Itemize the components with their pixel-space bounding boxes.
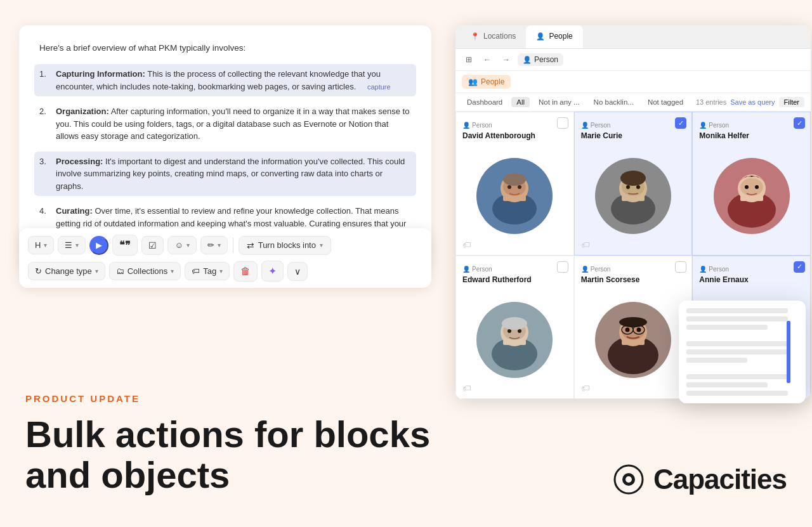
list-num: 3.	[39, 155, 49, 193]
list-num: 1.	[39, 68, 49, 93]
emoji-icon: ☺	[174, 240, 183, 250]
person-type-label: Person	[709, 122, 729, 129]
svg-point-28	[508, 329, 511, 333]
person-checkbox-david[interactable]	[557, 117, 568, 129]
person-checkbox-annie[interactable]: ✓	[794, 261, 805, 273]
svg-point-22	[755, 185, 759, 189]
tab-people[interactable]: 👤 People	[526, 25, 582, 48]
change-type-chevron-icon: ▾	[95, 268, 98, 275]
forward-button[interactable]: →	[499, 53, 514, 67]
svg-point-38	[619, 317, 647, 327]
emoji-button[interactable]: ☺ ▾	[167, 236, 196, 254]
person-card-edward[interactable]: 👤 Person Edward Rutherford	[455, 256, 574, 400]
ai-icon: ✦	[268, 265, 277, 277]
person-checkbox-monika[interactable]: ✓	[794, 117, 805, 129]
filter-not-tagged[interactable]: Not tagged	[643, 97, 688, 107]
forward-icon: →	[502, 55, 510, 64]
svg-point-36	[625, 328, 629, 332]
preview-line	[686, 349, 788, 355]
person-name: Martin Scorsese	[581, 275, 686, 284]
people-tag[interactable]: 👥 People	[462, 75, 511, 89]
capacities-logo-text: Capacities	[653, 464, 787, 495]
list-content: Capturing Information: This is the proce…	[56, 68, 411, 93]
checkbox-button[interactable]: ☑	[141, 236, 164, 255]
list-bold: Curating:	[56, 206, 93, 216]
collections-button[interactable]: 🗂 Collections ▾	[109, 262, 181, 280]
turn-blocks-into-button[interactable]: ⇄ Turn blocks into ▾	[239, 236, 331, 255]
person-name: Marie Curie	[581, 131, 686, 140]
svg-rect-4	[503, 196, 526, 201]
preview-line	[686, 374, 788, 379]
person-type-icon: 👤	[699, 266, 707, 273]
doc-preview-lines	[686, 308, 788, 396]
grid-view-button[interactable]: ⊞	[462, 53, 476, 67]
person-card-monika[interactable]: 👤 Person Monika Helfer	[692, 112, 811, 256]
svg-point-37	[636, 328, 641, 332]
person-card-marie[interactable]: 👤 Person Marie Curie	[574, 112, 693, 256]
ai-button[interactable]: ✦	[261, 261, 284, 282]
left-panel: Here's a brief overview of what PKM typi…	[0, 0, 444, 527]
svg-point-30	[502, 317, 527, 330]
person-type-badge: 👤 Person	[581, 122, 611, 129]
delete-icon: 🗑	[240, 266, 251, 277]
filter-dashboard[interactable]: Dashboard	[462, 97, 508, 107]
person-avatar-marie	[581, 144, 686, 249]
doc-intro: Here's a brief overview of what PKM typi…	[39, 43, 411, 53]
person-type-icon: 👤	[581, 122, 589, 129]
tag-button[interactable]: 🏷 Tag ▾	[185, 262, 230, 280]
list-bold: Organization:	[56, 107, 109, 116]
turn-blocks-label: Turn blocks into	[258, 240, 316, 250]
person-checkbox-marie[interactable]: ✓	[675, 117, 686, 129]
turn-blocks-chevron-icon: ▾	[320, 242, 323, 249]
change-type-button[interactable]: ↻ Change type ▾	[28, 262, 105, 280]
list-item: 2. Organization: After capturing informa…	[39, 105, 411, 143]
person-card-martin[interactable]: 👤 Person Martin Scorsese	[574, 256, 693, 400]
tag-icon-david: 🏷	[462, 240, 471, 250]
list-button[interactable]: ☰ ▾	[58, 236, 86, 254]
cap-toolbar: ⊞ ← → 👤 Person	[455, 49, 811, 71]
person-type-badge: 👤 Person	[462, 266, 492, 273]
pen-button[interactable]: ✏ ▾	[200, 236, 228, 254]
toolbar-divider	[233, 238, 233, 253]
preview-line	[686, 382, 768, 387]
person-checkbox-edward[interactable]	[557, 261, 568, 273]
change-type-icon: ↻	[35, 266, 42, 276]
person-card-david[interactable]: 👤 Person David Attenborough	[455, 112, 574, 256]
filter-button[interactable]: Filter	[779, 97, 804, 107]
person-name: Monika Helfer	[699, 131, 804, 140]
tab-locations[interactable]: 📍 Locations	[461, 25, 526, 48]
check-icon: ☑	[148, 240, 157, 250]
person-type-label: Person	[591, 122, 611, 129]
play-button[interactable]: ▶	[89, 236, 108, 255]
collections-icon: 🗂	[116, 266, 124, 276]
tag-chevron-icon: ▾	[219, 268, 223, 275]
people-tag-label: People	[481, 77, 504, 86]
person-checkbox-martin[interactable]	[675, 261, 686, 273]
filter-row: Dashboard All Not in any ... No backlin.…	[455, 93, 811, 112]
tag-icon-martin: 🏷	[581, 383, 590, 393]
emoji-chevron-icon: ▾	[187, 242, 190, 249]
filter-no-backlink[interactable]: No backlin...	[589, 97, 639, 107]
toolbar-row1: H ▾ ☰ ▾ ▶ ❝❞ ☑ ☺ ▾ ✏ ▾	[28, 235, 422, 256]
person-avatar-edward	[462, 288, 567, 393]
right-panel: 📍 Locations 👤 People ⊞ ← → 👤 Person	[455, 0, 812, 527]
play-icon: ▶	[96, 240, 102, 250]
svg-point-19	[740, 178, 763, 196]
tag-icon: 🏷	[192, 266, 200, 276]
delete-button[interactable]: 🗑	[233, 261, 258, 282]
heading-button[interactable]: H ▾	[28, 236, 54, 254]
people-tab-icon: 👤	[536, 32, 545, 41]
capacities-logo-icon	[613, 464, 645, 495]
filter-all[interactable]: All	[511, 97, 530, 107]
more-button[interactable]: ∨	[287, 262, 308, 281]
save-query-button[interactable]: Save as query	[730, 98, 775, 106]
filter-not-in-any[interactable]: Not in any ...	[534, 97, 585, 107]
quote-button[interactable]: ❝❞	[112, 235, 138, 256]
doc-preview-accent	[787, 321, 790, 383]
back-button[interactable]: ←	[480, 53, 495, 67]
people-tag-icon: 👥	[468, 77, 478, 86]
list-item: 3. Processing: It's important to digest …	[34, 152, 416, 197]
svg-rect-12	[622, 196, 645, 201]
tab-locations-label: Locations	[483, 32, 516, 41]
person-avatar-martin	[581, 288, 686, 393]
